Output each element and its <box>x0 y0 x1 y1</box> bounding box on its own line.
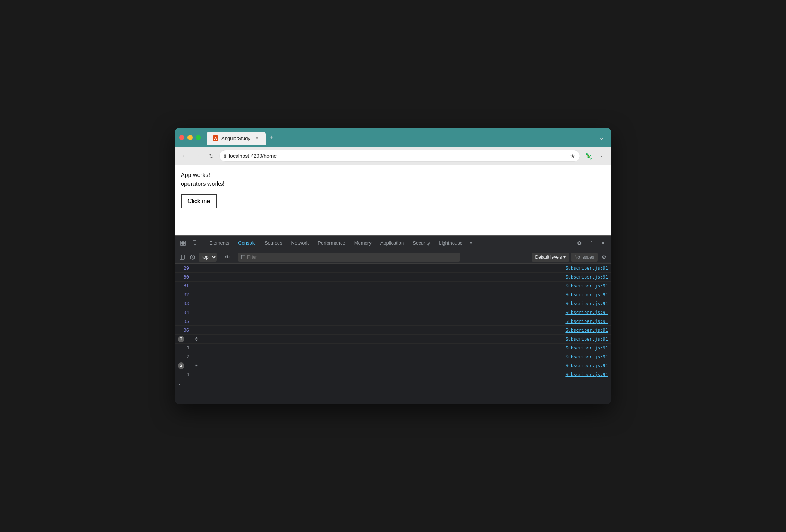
devtools-tab-lighthouse[interactable]: Lighthouse <box>434 236 467 250</box>
bookmark-icon[interactable]: ★ <box>570 153 575 160</box>
tab-close-button[interactable]: × <box>254 135 260 141</box>
context-select[interactable]: top <box>199 253 217 262</box>
svg-rect-1 <box>183 241 185 243</box>
console-badge: 2 <box>178 336 184 342</box>
close-window-button[interactable] <box>179 135 184 140</box>
filter-bar[interactable]: ⚿ <box>238 253 460 262</box>
devtools-tab-memory[interactable]: Memory <box>350 236 376 250</box>
console-log-row: 29 Subscriber.js:91 <box>175 264 611 273</box>
devtools-tabs: Elements Console Sources Network Perform… <box>175 236 611 250</box>
console-log-row-badge: 2 0 Subscriber.js:91 <box>175 335 611 344</box>
maximize-window-button[interactable] <box>196 135 201 140</box>
console-log-row: 34 Subscriber.js:91 <box>175 308 611 317</box>
tab-overflow-button[interactable]: ⌄ <box>596 132 607 143</box>
page-content: App works! operators works! Click me <box>175 165 611 235</box>
svg-rect-0 <box>181 241 183 243</box>
console-log-row: 32 Subscriber.js:91 <box>175 290 611 299</box>
address-bar-row: ← → ↻ ℹ localhost:4200/home ★ 🦎 ⋮ <box>175 147 611 165</box>
browser-tab[interactable]: A AngularStudy × <box>207 132 266 145</box>
forward-button[interactable]: → <box>193 151 203 161</box>
menu-button[interactable]: ⋮ <box>596 150 607 161</box>
click-me-button[interactable]: Click me <box>181 194 217 208</box>
devtools-close-button[interactable]: × <box>598 238 608 248</box>
browser-window: A AngularStudy × + ⌄ ← → ↻ ℹ localhost:4… <box>175 128 611 404</box>
console-sidebar-toggle[interactable] <box>178 253 187 262</box>
devtools-tab-performance[interactable]: Performance <box>313 236 349 250</box>
info-icon: ℹ <box>224 153 226 159</box>
devtools-tab-elements[interactable]: Elements <box>205 236 234 250</box>
console-log-row: 31 Subscriber.js:91 <box>175 282 611 290</box>
minimize-window-button[interactable] <box>187 135 193 140</box>
console-log-row: 2 Subscriber.js:91 <box>175 352 611 361</box>
devtools-panel: Elements Console Sources Network Perform… <box>175 235 611 404</box>
address-bar[interactable]: ℹ localhost:4200/home ★ <box>219 150 580 162</box>
devtools-tab-icons <box>178 238 203 248</box>
no-issues-badge: No Issues <box>571 253 598 262</box>
console-prompt-icon: › <box>178 382 180 387</box>
console-log-row: 35 Subscriber.js:91 <box>175 317 611 326</box>
console-badge: 2 <box>178 362 184 369</box>
toolbar-separator-2 <box>235 253 235 261</box>
tab-title: AngularStudy <box>221 136 251 141</box>
devtools-tab-security[interactable]: Security <box>408 236 434 250</box>
new-tab-button[interactable]: + <box>266 132 277 143</box>
console-settings-button[interactable]: ⚙ <box>599 253 608 262</box>
console-log-row: 1 Subscriber.js:91 <box>175 344 611 352</box>
svg-rect-2 <box>181 243 183 245</box>
default-levels-button[interactable]: Default levels ▾ <box>532 253 569 262</box>
tab-favicon: A <box>213 135 218 141</box>
console-log-row: 33 Subscriber.js:91 <box>175 299 611 308</box>
svg-rect-3 <box>183 243 185 245</box>
console-log-row: 30 Subscriber.js:91 <box>175 273 611 282</box>
app-works-text: App works! <box>181 171 605 180</box>
devtools-tab-console[interactable]: Console <box>234 236 260 250</box>
devtools-tab-sources[interactable]: Sources <box>260 236 287 250</box>
operators-works-text: operators works! <box>181 180 605 188</box>
svg-rect-4 <box>193 241 196 245</box>
console-clear-button[interactable] <box>188 253 197 262</box>
device-toolbar-button[interactable] <box>190 238 200 248</box>
svg-line-9 <box>191 256 194 259</box>
console-eye-button[interactable] <box>223 253 232 262</box>
console-output[interactable]: 29 Subscriber.js:91 30 Subscriber.js:91 … <box>175 264 611 404</box>
tab-bar: A AngularStudy × + ⌄ <box>207 130 607 145</box>
title-bar: A AngularStudy × + ⌄ <box>175 128 611 147</box>
back-button[interactable]: ← <box>179 151 190 161</box>
devtools-tabs-right: ⚙ ⋮ × <box>574 238 608 248</box>
toolbar-separator <box>220 253 220 261</box>
console-log-row: 1 Subscriber.js:91 <box>175 370 611 379</box>
console-log-row-badge: 2 0 Subscriber.js:91 <box>175 361 611 370</box>
toolbar-right: 🦎 ⋮ <box>583 150 607 161</box>
console-log-row: 36 Subscriber.js:91 <box>175 326 611 335</box>
address-text: localhost:4200/home <box>229 153 567 159</box>
devtools-tab-network[interactable]: Network <box>287 236 314 250</box>
svg-rect-6 <box>180 255 184 259</box>
filter-input[interactable] <box>247 255 457 260</box>
devtools-more-options-button[interactable]: ⋮ <box>586 238 596 248</box>
more-tabs-button[interactable]: » <box>467 236 475 250</box>
devtools-tab-application[interactable]: Application <box>376 236 409 250</box>
filter-icon: ⚿ <box>241 255 245 260</box>
devtools-settings-button[interactable]: ⚙ <box>574 238 585 248</box>
console-toolbar: top ⚿ Default levels ▾ No Issues ⚙ <box>175 250 611 264</box>
traffic-lights <box>179 135 201 140</box>
refresh-button[interactable]: ↻ <box>206 151 216 161</box>
extension-icon[interactable]: 🦎 <box>583 150 594 161</box>
inspect-element-button[interactable] <box>178 238 188 248</box>
console-input-row[interactable]: › <box>175 379 611 389</box>
